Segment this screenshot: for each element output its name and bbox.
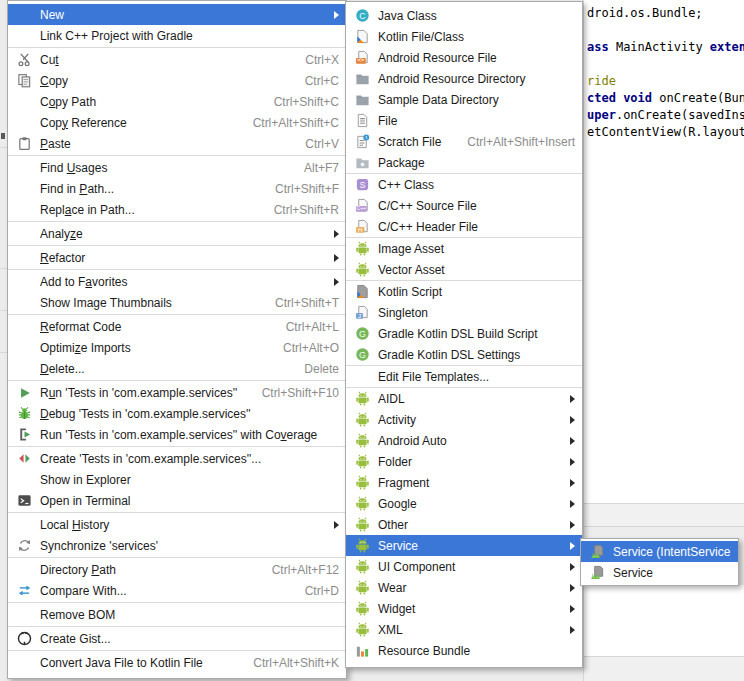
menu-item-cut[interactable]: CutCtrl+X bbox=[8, 49, 346, 70]
code-token: ride bbox=[587, 74, 616, 88]
menu-item-wear[interactable]: Wear bbox=[346, 577, 582, 598]
editor-lower-band bbox=[583, 503, 744, 527]
menu-item-new[interactable]: New bbox=[8, 4, 346, 25]
android-icon bbox=[354, 517, 371, 533]
menu-item-folder[interactable]: Folder bbox=[346, 451, 582, 472]
menu-item-create-tests-in-com-example-services[interactable]: Create 'Tests in 'com.example.services''… bbox=[8, 448, 346, 469]
code-line: ass MainActivity extend bbox=[587, 39, 744, 56]
menu-item-optimize-imports[interactable]: Optimize ImportsCtrl+Alt+O bbox=[8, 337, 346, 358]
menu-item-xml[interactable]: XML bbox=[346, 619, 582, 640]
menu-item-label: Link C++ Project with Gradle bbox=[40, 29, 339, 43]
code-line: uper.onCreate(savedInst bbox=[587, 107, 744, 124]
menu-item-gradle-kotlin-dsl-settings[interactable]: GGradle Kotlin DSL Settings bbox=[346, 344, 582, 365]
menu-item-android-resource-directory[interactable]: Android Resource Directory bbox=[346, 68, 582, 89]
menu-item-singleton[interactable]: JSingleton bbox=[346, 302, 582, 323]
menu-item-copy-reference[interactable]: Copy ReferenceCtrl+Alt+Shift+C bbox=[8, 112, 346, 133]
menu-item-label: Delete... bbox=[40, 362, 288, 376]
menu-item-show-in-explorer[interactable]: Show in Explorer bbox=[8, 469, 346, 490]
menu-item-c-c-source-file[interactable]: C++C/C++ Source File bbox=[346, 195, 582, 216]
menu-item-android-auto[interactable]: Android Auto bbox=[346, 430, 582, 451]
code-line: droid.os.Bundle; bbox=[587, 5, 744, 22]
menu-item-paste[interactable]: PasteCtrl+V bbox=[8, 133, 346, 154]
menu-item-analyze[interactable]: Analyze bbox=[8, 223, 346, 244]
menu-item-label: Debug 'Tests in 'com.example.services'' bbox=[40, 407, 339, 421]
menu-item-activity[interactable]: Activity bbox=[346, 409, 582, 430]
menu-item-copy-path[interactable]: Copy PathCtrl+Shift+C bbox=[8, 91, 346, 112]
scissors-icon bbox=[16, 52, 33, 68]
editor-lower-white bbox=[583, 585, 744, 656]
menu-item-directory-path[interactable]: Directory PathCtrl+Alt+F12 bbox=[8, 559, 346, 580]
menu-item-show-image-thumbnails[interactable]: Show Image ThumbnailsCtrl+Shift+T bbox=[8, 292, 346, 313]
icon-placeholder bbox=[16, 115, 33, 131]
menu-item-shortcut: Ctrl+D bbox=[305, 584, 339, 598]
menu-item-google[interactable]: Google bbox=[346, 493, 582, 514]
menu-item-synchronize-services[interactable]: Synchronize 'services' bbox=[8, 535, 346, 556]
menu-item-remove-bom[interactable]: Remove BOM bbox=[8, 604, 346, 625]
icon-placeholder bbox=[16, 517, 33, 533]
menu-item-vector-asset[interactable]: Vector Asset bbox=[346, 259, 582, 280]
code-token: etContentView(R.layout. bbox=[587, 125, 744, 139]
menu-item-other[interactable]: Other bbox=[346, 514, 582, 535]
menu-item-edit-file-templates[interactable]: Edit File Templates... bbox=[346, 366, 582, 387]
menu-item-label: Vector Asset bbox=[378, 263, 575, 277]
menu-item-find-usages[interactable]: Find UsagesAlt+F7 bbox=[8, 157, 346, 178]
menu-item-shortcut: Ctrl+C bbox=[305, 74, 339, 88]
background-line bbox=[0, 147, 7, 148]
menu-item-debug-tests-in-com-example-services[interactable]: Debug 'Tests in 'com.example.services'' bbox=[8, 403, 346, 424]
menu-item-gradle-kotlin-dsl-build-script[interactable]: GGradle Kotlin DSL Build Script bbox=[346, 323, 582, 344]
icon-placeholder bbox=[16, 295, 33, 311]
sync-icon bbox=[16, 538, 33, 554]
menu-item-label: Show in Explorer bbox=[40, 473, 339, 487]
menu-item-image-asset[interactable]: Image Asset bbox=[346, 238, 582, 259]
menu-item-local-history[interactable]: Local History bbox=[8, 514, 346, 535]
menu-item-add-to-favorites[interactable]: Add to Favorites bbox=[8, 271, 346, 292]
android-icon bbox=[354, 241, 371, 257]
menu-item-run-tests-in-com-example-services[interactable]: Run 'Tests in 'com.example.services''Ctr… bbox=[8, 382, 346, 403]
menu-item-convert-java-file-to-kotlin-file[interactable]: Convert Java File to Kotlin FileCtrl+Alt… bbox=[8, 652, 346, 673]
menu-item-run-tests-in-com-example-services-with-coverage[interactable]: Run 'Tests in 'com.example.services'' wi… bbox=[8, 424, 346, 445]
menu-item-resource-bundle[interactable]: Resource Bundle bbox=[346, 640, 582, 661]
menu-item-compare-with[interactable]: Compare With...Ctrl+D bbox=[8, 580, 346, 601]
submenu-arrow-icon bbox=[570, 479, 575, 487]
cpp-source-icon: C++ bbox=[354, 198, 371, 214]
menu-item-service[interactable]: Service bbox=[346, 535, 582, 556]
menu-item-kotlin-file-class[interactable]: Kotlin File/Class bbox=[346, 26, 582, 47]
menu-item-replace-in-path[interactable]: Replace in Path...Ctrl+Shift+R bbox=[8, 199, 346, 220]
menu-item-open-in-terminal[interactable]: Open in Terminal bbox=[8, 490, 346, 511]
menu-item-find-in-path[interactable]: Find in Path...Ctrl+Shift+F bbox=[8, 178, 346, 199]
menu-item-copy[interactable]: CopyCtrl+C bbox=[8, 70, 346, 91]
menu-item-create-gist[interactable]: Create Gist... bbox=[8, 628, 346, 649]
menu-item-service-intentservice[interactable]: Service (IntentService) bbox=[581, 541, 738, 562]
svg-text:H: H bbox=[358, 226, 362, 233]
menu-item-java-class[interactable]: CJava Class bbox=[346, 5, 582, 26]
menu-separator bbox=[8, 446, 346, 447]
menu-item-sample-data-directory[interactable]: Sample Data Directory bbox=[346, 89, 582, 110]
menu-item-reformat-code[interactable]: Reformat CodeCtrl+Alt+L bbox=[8, 316, 346, 337]
menu-item-refactor[interactable]: Refactor bbox=[8, 247, 346, 268]
android-icon bbox=[354, 601, 371, 617]
code-token: ass bbox=[587, 40, 616, 54]
menu-item-scratch-file[interactable]: Scratch FileCtrl+Alt+Shift+Insert bbox=[346, 131, 582, 152]
menu-item-c-class[interactable]: SC++ Class bbox=[346, 174, 582, 195]
menu-item-aidl[interactable]: AIDL bbox=[346, 388, 582, 409]
icon-placeholder bbox=[354, 369, 371, 385]
icon-placeholder bbox=[16, 160, 33, 176]
menu-item-c-c-header-file[interactable]: HC/C++ Header File bbox=[346, 216, 582, 237]
menu-item-package[interactable]: Package bbox=[346, 152, 582, 173]
submenu-arrow-icon bbox=[334, 11, 339, 19]
menu-item-service[interactable]: Service bbox=[581, 562, 738, 583]
menu-item-widget[interactable]: Widget bbox=[346, 598, 582, 619]
menu-item-file[interactable]: File bbox=[346, 110, 582, 131]
menu-item-label: Edit File Templates... bbox=[378, 370, 575, 384]
kotlin-file-icon bbox=[354, 29, 371, 45]
menu-item-android-resource-file[interactable]: <>Android Resource File bbox=[346, 47, 582, 68]
background-strip bbox=[0, 0, 7, 681]
code-editor[interactable]: droid.os.Bundle;ass MainActivity extendr… bbox=[583, 0, 744, 503]
menu-item-fragment[interactable]: Fragment bbox=[346, 472, 582, 493]
menu-item-kotlin-script[interactable]: Kotlin Script bbox=[346, 281, 582, 302]
menu-item-ui-component[interactable]: UI Component bbox=[346, 556, 582, 577]
menu-item-delete[interactable]: Delete...Delete bbox=[8, 358, 346, 379]
menu-item-link-c-project-with-gradle[interactable]: Link C++ Project with Gradle bbox=[8, 25, 346, 46]
menu-item-label: Other bbox=[378, 518, 562, 532]
menu-separator bbox=[8, 221, 346, 222]
